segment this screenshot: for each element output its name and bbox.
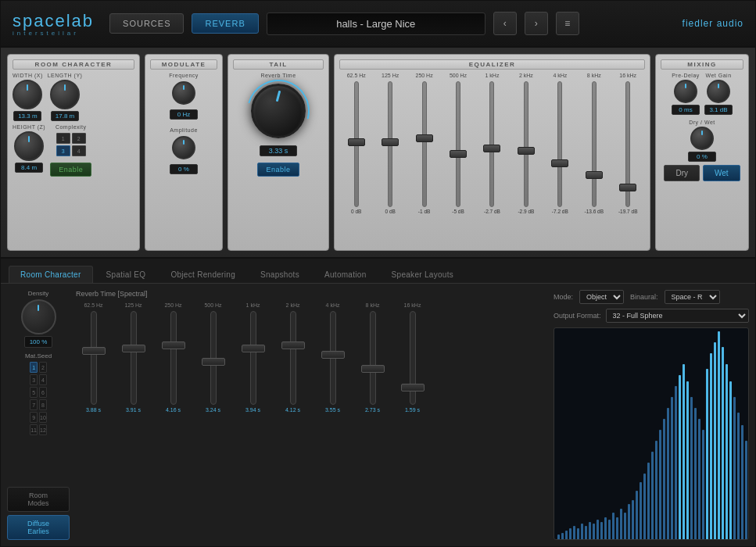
tab-speaker-layouts[interactable]: Speaker Layouts xyxy=(380,266,466,283)
complexity-2[interactable]: 2 xyxy=(72,133,86,144)
room-enable-button[interactable]: Enable xyxy=(50,163,91,177)
tail-panel: TAIL Reverb Time 3.33 s Enable xyxy=(228,54,329,251)
complexity-3[interactable]: 3 xyxy=(56,145,70,156)
seed-10[interactable]: 10 xyxy=(39,412,47,423)
seed-9[interactable]: 9 xyxy=(30,412,38,423)
reverb-time-knob[interactable] xyxy=(251,84,306,138)
eq-fader-handle-1[interactable] xyxy=(382,138,399,146)
eq-freq-125: 125 Hz xyxy=(378,73,402,78)
width-knob[interactable] xyxy=(13,80,42,109)
spectral-fader-track-0[interactable] xyxy=(91,311,97,405)
dry-wet-knob[interactable] xyxy=(690,127,714,150)
tab-snapshots[interactable]: Snapshots xyxy=(249,266,311,283)
spectral-fader-track-5[interactable] xyxy=(290,311,296,405)
spectral-fader-handle-3[interactable] xyxy=(202,358,225,366)
sources-button[interactable]: SOURCES xyxy=(109,13,184,34)
reverb-button[interactable]: REVERB xyxy=(192,13,258,34)
brand-label: fiedler audio xyxy=(683,18,743,29)
spectral-fader-handle-0[interactable] xyxy=(82,347,106,355)
eq-fader-handle-0[interactable] xyxy=(348,138,365,146)
wet-gain-knob[interactable] xyxy=(707,80,730,103)
output-format-select[interactable]: 32 - Full Sphere xyxy=(606,309,749,323)
spectral-fader-handle-4[interactable] xyxy=(242,345,265,352)
seed-11[interactable]: 11 xyxy=(30,424,38,435)
seed-4[interactable]: 4 xyxy=(39,374,47,385)
tab-automation[interactable]: Automation xyxy=(313,266,378,283)
spectral-fader-handle-1[interactable] xyxy=(122,345,145,352)
reverb-time-label: Reverb Time xyxy=(260,73,296,78)
spectral-fader-track-4[interactable] xyxy=(250,311,256,405)
height-label: HEIGHT (Z) xyxy=(13,124,45,130)
seed-7[interactable]: 7 xyxy=(30,399,38,410)
height-knob[interactable] xyxy=(14,131,44,161)
eq-fader-track-8[interactable] xyxy=(625,81,630,207)
eq-fader-track-5[interactable] xyxy=(524,81,528,207)
spectral-fader-track-6[interactable] xyxy=(330,311,336,405)
spectral-fader-track-1[interactable] xyxy=(131,311,137,405)
mode-select[interactable]: Object xyxy=(579,290,624,304)
eq-fader-4: -2.7 dB xyxy=(481,81,503,214)
room-modes-button[interactable]: RoomModes xyxy=(7,487,70,512)
dry-button[interactable]: Dry xyxy=(664,165,700,181)
tab-object-rendering[interactable]: Object Rendering xyxy=(159,266,247,283)
dry-wet-value: 0 % xyxy=(688,152,716,162)
density-value: 100 % xyxy=(24,336,53,348)
eq-fader-track-2[interactable] xyxy=(422,81,427,207)
eq-fader-handle-4[interactable] xyxy=(483,145,500,152)
spectrum-bar-23 xyxy=(647,463,650,539)
eq-fader-handle-6[interactable] xyxy=(551,159,568,167)
next-preset-button[interactable]: › xyxy=(525,12,548,35)
binaural-select[interactable]: Space - R xyxy=(665,290,720,304)
density-knob[interactable] xyxy=(21,299,56,334)
spectral-fader-track-7[interactable] xyxy=(370,311,376,405)
eq-fader-track-1[interactable] xyxy=(388,81,392,207)
eq-fader-track-3[interactable] xyxy=(456,81,460,207)
spectral-fader-track-8[interactable] xyxy=(410,311,416,405)
menu-button[interactable]: ≡ xyxy=(556,12,579,35)
eq-fader-handle-5[interactable] xyxy=(518,147,535,155)
spectral-fader-track-2[interactable] xyxy=(170,311,177,405)
spectrum-bar-44 xyxy=(729,381,732,539)
spectral-fader-handle-8[interactable] xyxy=(401,384,425,391)
diffuse-earlies-button[interactable]: DiffuseEarlies xyxy=(7,515,70,540)
seed-8[interactable]: 8 xyxy=(39,399,47,410)
eq-fader-track-4[interactable] xyxy=(489,81,494,207)
seed-5[interactable]: 5 xyxy=(30,387,38,398)
complexity-4[interactable]: 4 xyxy=(72,145,86,156)
eq-fader-track-0[interactable] xyxy=(354,81,359,207)
tab-room-character[interactable]: Room Character xyxy=(9,266,93,283)
seed-2[interactable]: 2 xyxy=(39,362,47,373)
spectral-fader-handle-7[interactable] xyxy=(361,365,385,373)
seed-6[interactable]: 6 xyxy=(39,387,47,398)
eq-fader-handle-8[interactable] xyxy=(619,184,636,191)
bottom-mode-buttons: RoomModes DiffuseEarlies xyxy=(7,487,70,540)
amplitude-knob[interactable] xyxy=(172,136,195,159)
wet-button[interactable]: Wet xyxy=(703,165,740,181)
prev-preset-button[interactable]: ‹ xyxy=(493,12,517,35)
seed-1[interactable]: 1 xyxy=(30,362,38,373)
seed-3[interactable]: 3 xyxy=(30,374,38,385)
spectral-fader-handle-6[interactable] xyxy=(321,351,345,359)
spectral-freqs: 62.5 Hz 125 Hz 250 Hz 500 Hz 1 kHz 2 kHz… xyxy=(76,302,547,308)
mat-seed-section: Mat.Seed 1 2 3 4 5 6 7 8 9 10 11 12 xyxy=(7,352,70,435)
spectral-fader-handle-5[interactable] xyxy=(281,341,305,349)
spectral-fader-handle-2[interactable] xyxy=(162,341,185,349)
frequency-knob[interactable] xyxy=(172,81,195,105)
tab-spatial-eq[interactable]: Spatial EQ xyxy=(95,266,158,283)
dry-wet-group: Dry / Wet 0 % xyxy=(661,120,743,162)
eq-fader-track-6[interactable] xyxy=(557,81,562,207)
eq-fader-track-7[interactable] xyxy=(592,81,597,207)
spectral-fader-0: 3.88 s xyxy=(76,311,111,413)
eq-fader-handle-2[interactable] xyxy=(416,134,433,142)
eq-fader-handle-3[interactable] xyxy=(450,150,467,158)
eq-fader-handle-7[interactable] xyxy=(586,171,603,179)
spectral-fader-track-3[interactable] xyxy=(210,311,217,405)
seed-12[interactable]: 12 xyxy=(39,424,47,435)
complexity-1[interactable]: 1 xyxy=(56,133,70,144)
mixing-predelay-wetgain-row: Pre-Delay 0 ms Wet Gain 3.1 dB xyxy=(661,73,743,115)
spectral-title: Reverb Time [Spectral] xyxy=(76,290,547,298)
pre-delay-knob[interactable] xyxy=(674,80,697,103)
length-knob[interactable] xyxy=(50,80,80,109)
preset-display: halls - Large Nice xyxy=(267,13,485,35)
tail-enable-button[interactable]: Enable xyxy=(257,163,299,177)
